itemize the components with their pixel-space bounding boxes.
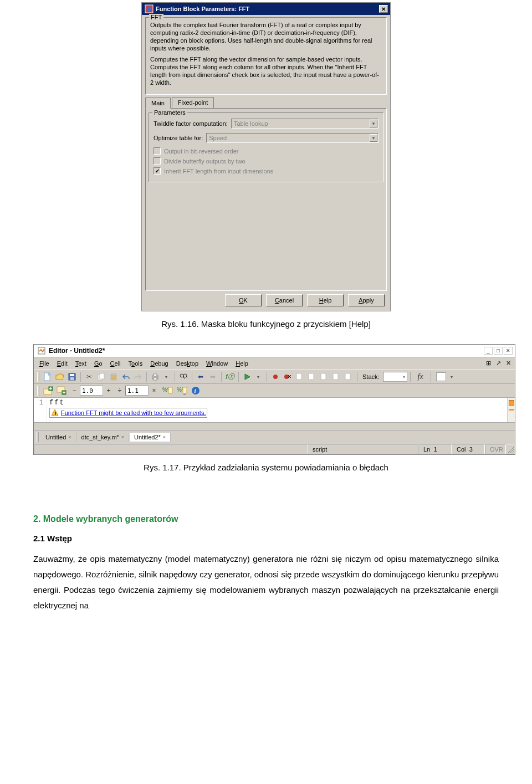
resize-grip-icon[interactable] bbox=[506, 445, 515, 454]
step-icon[interactable] bbox=[294, 371, 305, 382]
tab-main[interactable]: Main bbox=[145, 98, 171, 109]
nav-forward-icon[interactable]: ➡ bbox=[207, 371, 218, 382]
doctabs-grip[interactable] bbox=[37, 432, 39, 442]
menu-file[interactable]: File bbox=[36, 359, 53, 368]
dialog-close-button[interactable]: ✕ bbox=[379, 5, 388, 13]
run-icon[interactable] bbox=[242, 371, 253, 382]
run-dropdown-icon[interactable]: ▾ bbox=[253, 371, 264, 382]
breakpoint-clear-icon[interactable] bbox=[282, 371, 293, 382]
close-icon[interactable]: × bbox=[121, 434, 124, 440]
menu-desktop[interactable]: Desktop bbox=[173, 359, 202, 368]
figure-caption-2: Rys. 1.17. Przykład zadziałania systemu … bbox=[33, 463, 499, 472]
code-line-1[interactable]: fft bbox=[49, 399, 505, 407]
status-line: Ln 1 bbox=[418, 444, 452, 454]
save-icon[interactable] bbox=[66, 371, 78, 382]
close-icon[interactable]: × bbox=[163, 434, 166, 440]
editor-toolbar-1: ✂ ▾ ⬅ ➡ fⓍ ▾ Stac bbox=[34, 370, 515, 384]
subwindow-close-icon[interactable]: ✕ bbox=[504, 359, 512, 367]
chevron-down-icon: ▼ bbox=[370, 120, 377, 127]
toolbar2-grip[interactable] bbox=[37, 386, 39, 396]
redo-icon[interactable] bbox=[132, 371, 144, 382]
exit-debug-icon[interactable] bbox=[343, 371, 354, 382]
twiddle-label: Twiddle factor computation: bbox=[154, 120, 228, 127]
cell-insert-above-icon[interactable] bbox=[42, 385, 54, 396]
info-icon[interactable]: i bbox=[191, 386, 201, 396]
message-marker-icon[interactable] bbox=[509, 409, 514, 411]
toolbar-overflow-icon[interactable]: ▾ bbox=[446, 371, 457, 382]
checkbox-divide-butterfly[interactable] bbox=[154, 157, 161, 165]
message-summary-icon[interactable] bbox=[509, 400, 514, 406]
step-in-icon[interactable] bbox=[306, 371, 318, 382]
copy-icon[interactable] bbox=[96, 371, 107, 382]
subsection-heading: 2.1 Wstęp bbox=[33, 531, 499, 546]
undock-icon[interactable]: ↗ bbox=[494, 359, 502, 367]
function-browser-icon[interactable]: fx bbox=[418, 372, 423, 381]
stack-select[interactable]: ▾ bbox=[383, 372, 407, 382]
increment-field-1[interactable]: 1.0 bbox=[80, 386, 103, 396]
toolbar-grip[interactable] bbox=[37, 372, 39, 382]
doc-tab-dtc[interactable]: dtc_st_key.m*× bbox=[77, 433, 130, 442]
help-button[interactable]: Help bbox=[307, 294, 344, 306]
menu-edit[interactable]: Edit bbox=[54, 359, 71, 368]
menu-tools[interactable]: Tools bbox=[125, 359, 146, 368]
decrement-icon[interactable]: − bbox=[70, 386, 79, 396]
divide-icon[interactable]: ÷ bbox=[115, 386, 124, 396]
menu-help[interactable]: Help bbox=[232, 359, 252, 368]
find-icon[interactable] bbox=[178, 371, 189, 382]
undo-icon[interactable] bbox=[120, 371, 131, 382]
twiddle-value: Table lookup bbox=[234, 120, 268, 127]
svg-line-44 bbox=[513, 452, 514, 453]
tab-fixed-point[interactable]: Fixed-point bbox=[172, 97, 214, 108]
step-out-icon[interactable] bbox=[319, 371, 330, 382]
increment-field-2[interactable]: 1.1 bbox=[125, 386, 149, 396]
code-warning-strip[interactable]: ! Function FFT might be called with too … bbox=[49, 408, 207, 418]
optimize-select[interactable]: Speed ▼ bbox=[206, 133, 378, 143]
checkbox-bitreversed[interactable] bbox=[154, 147, 161, 155]
menu-debug[interactable]: Debug bbox=[147, 359, 171, 368]
editor-code-area[interactable]: 1 fft ! Function FFT might be called wit… bbox=[34, 398, 515, 422]
cut-icon[interactable]: ✂ bbox=[84, 371, 95, 382]
nav-back-icon[interactable]: ⬅ bbox=[195, 371, 206, 382]
editor-toolbar-2: − 1.0 + ÷ 1.1 × %% %% i bbox=[34, 384, 515, 398]
dock-controls-icon[interactable]: ⊞ bbox=[484, 359, 492, 367]
cancel-button[interactable]: Cancel bbox=[266, 294, 303, 306]
editor-maximize-button[interactable]: □ bbox=[494, 347, 503, 355]
eval-cell-icon[interactable]: %% bbox=[161, 386, 174, 396]
checkbox-inherit-length[interactable]: ✔ bbox=[154, 167, 161, 175]
cell-insert-below-icon[interactable] bbox=[55, 385, 68, 396]
multiply-icon[interactable]: × bbox=[150, 386, 158, 396]
menu-go[interactable]: Go bbox=[91, 359, 106, 368]
function-hint-icon[interactable]: fⓍ bbox=[224, 371, 236, 382]
editor-sys-icon bbox=[37, 346, 46, 355]
close-icon[interactable]: × bbox=[68, 434, 71, 440]
twiddle-select[interactable]: Table lookup ▼ bbox=[231, 119, 378, 129]
editor-minimize-button[interactable]: _ bbox=[484, 347, 493, 355]
doc-tab-untitled2[interactable]: Untitled2*× bbox=[130, 433, 171, 442]
dialog-tabs: Main Fixed-point bbox=[145, 97, 387, 108]
print-dropdown-icon[interactable]: ▾ bbox=[161, 371, 172, 382]
apply-button[interactable]: Apply bbox=[348, 294, 385, 306]
open-file-icon[interactable] bbox=[54, 371, 65, 382]
doc-tab-untitled[interactable]: Untitled× bbox=[41, 433, 76, 442]
optimize-value: Speed bbox=[209, 135, 227, 141]
breakpoint-set-icon[interactable] bbox=[270, 371, 281, 382]
continue-icon[interactable] bbox=[331, 371, 342, 382]
new-file-icon[interactable] bbox=[42, 371, 53, 382]
code-warning-text[interactable]: Function FFT might be called with too fe… bbox=[61, 409, 206, 416]
editor-title: Editor - Untitled2* bbox=[49, 347, 105, 355]
menu-text[interactable]: Text bbox=[72, 359, 90, 368]
toolbar-end-box[interactable] bbox=[436, 372, 446, 381]
print-icon[interactable] bbox=[150, 371, 161, 382]
dialog-sys-icon bbox=[145, 4, 154, 13]
eval-cell-advance-icon[interactable]: %% bbox=[175, 386, 188, 396]
code-message-bar[interactable] bbox=[507, 398, 515, 422]
increment-icon[interactable]: + bbox=[104, 386, 113, 396]
paste-icon[interactable] bbox=[108, 371, 119, 382]
matlab-editor-window: Editor - Untitled2* _ □ ✕ File Edit Text… bbox=[33, 344, 515, 455]
ok-button[interactable]: OK bbox=[225, 294, 262, 306]
editor-close-button[interactable]: ✕ bbox=[504, 347, 513, 355]
svg-rect-26 bbox=[345, 373, 350, 380]
menu-window[interactable]: Window bbox=[203, 359, 231, 368]
svg-point-19 bbox=[284, 375, 289, 379]
menu-cell[interactable]: Cell bbox=[107, 359, 124, 368]
